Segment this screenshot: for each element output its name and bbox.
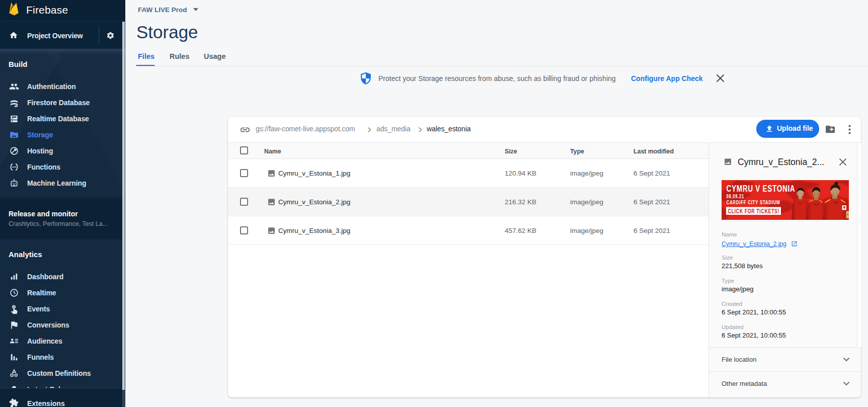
breadcrumb-bucket[interactable]: gs://faw-comet-live.appspot.com [256,125,355,133]
tab-files[interactable]: Files [138,52,154,60]
file-size: 120.94 KB [505,170,536,177]
app-check-banner-text: Protect your Storage resources from abus… [378,74,616,83]
sidebar-item-label: Dashboard [27,273,63,281]
banner-close-icon[interactable] [716,74,725,83]
tab-usage[interactable]: Usage [204,52,226,60]
tab-rules[interactable]: Rules [170,52,190,60]
configure-app-check-link[interactable]: Configure App Check [631,74,703,83]
gear-icon[interactable] [106,31,115,40]
sidebar-item-events[interactable]: Events [0,301,125,317]
sidebar-item-label: Audiences [27,337,62,345]
new-folder-icon[interactable] [825,125,836,134]
section-label-build: Build [9,60,28,68]
sidebar-item-firestore[interactable]: Firestore Database [0,95,125,111]
section-release-subtitle: Crashlytics, Performance, Test La... [9,220,108,227]
robot-icon [9,178,19,188]
expander-label: Other metadata [722,380,767,387]
column-header-type[interactable]: Type [570,148,584,155]
column-header-name[interactable]: Name [264,148,281,155]
section-release-and-monitor[interactable]: Release and monitor Crashlytics, Perform… [0,199,125,239]
field-value-type: image/jpeg [722,285,754,293]
row-checkbox[interactable] [240,226,248,234]
chevron-right-icon [418,127,423,133]
sidebar-item-storage[interactable]: Storage [0,127,125,143]
sidebar-item-label: Realtime [27,289,56,297]
clock-icon [9,288,19,298]
touch-icon [9,304,19,314]
select-all-checkbox[interactable] [240,146,248,154]
image-file-icon [724,157,732,166]
column-header-size[interactable]: Size [505,148,517,155]
breadcrumb-folder[interactable]: ads_media [376,125,411,133]
sidebar-item-realtime[interactable]: Realtime [0,285,125,301]
file-row[interactable]: Cymru_v_Estonia_3.jpg 457.62 KB image/jp… [228,216,708,245]
sidebar-item-functions[interactable]: Functions [0,159,125,175]
people-icon [9,82,19,92]
file-row[interactable]: Cymru_v_Estonia_2.jpg 216.32 KB image/jp… [228,188,708,216]
sidebar-item-dashboard[interactable]: Dashboard [0,269,125,285]
details-scrollbar[interactable] [857,143,861,347]
sidebar-item-custom-definitions[interactable]: Custom Definitions [0,365,125,381]
tabs-divider [136,66,868,66]
sidebar-item-label: Events [27,305,50,313]
file-details-panel: Cymru_v_Estonia_2... [708,143,861,397]
file-name[interactable]: Cymru_v_Estonia_2.jpg [278,198,350,206]
breadcrumb-current: wales_estonia [427,125,470,133]
sidebar-item-label: Machine Learning [27,179,86,187]
field-value-updated: 6 Sept 2021, 10:00:55 [722,332,786,339]
preview-date-text: 08.09.21 [727,194,744,199]
chevron-down-icon [843,381,850,386]
file-preview-image[interactable]: CYMRU V ESTONIA 08.09.21 CARDIFF CITY ST… [722,180,849,220]
file-modified: 6 Sept 2021 [634,227,670,234]
row-checkbox[interactable] [240,198,248,206]
row-checkbox[interactable] [240,169,248,177]
details-close-icon[interactable] [839,158,847,166]
file-table-header: Name Size Type Last modified [228,143,708,159]
section-label-release: Release and monitor [9,210,78,218]
sidebar-item-audiences[interactable]: Audiences [0,333,125,349]
file-name[interactable]: Cymru_v_Estonia_3.jpg [278,227,350,234]
link-icon [240,124,251,135]
sidebar-item-conversions[interactable]: Conversions [0,317,125,333]
sidebar-item-label: Extensions [27,399,65,407]
file-type: image/jpeg [570,227,603,234]
sidebar-scrollbar[interactable] [122,22,125,390]
firebase-logo-icon [9,2,19,16]
sidebar-item-label: Custom Definitions [27,369,91,377]
divider [99,26,99,44]
image-file-icon [267,169,276,178]
sidebar: Build Authentication Firestore Database … [0,0,125,407]
database-icon [9,114,19,124]
file-type: image/jpeg [570,170,603,177]
project-overview-row[interactable]: Project Overview [0,21,125,49]
sidebar-item-authentication[interactable]: Authentication [0,78,125,95]
caret-down-icon [193,8,198,11]
project-selector-label: FAW LIVE Prod [138,6,187,14]
file-type: image/jpeg [570,198,603,206]
divider [709,371,861,372]
sidebar-item-machine-learning[interactable]: Machine Learning [0,175,125,191]
file-name[interactable]: Cymru_v_Estonia_1.jpg [278,170,350,177]
sidebar-item-extensions[interactable]: Extensions [0,388,125,407]
flag-icon [9,320,19,330]
file-row[interactable]: Cymru_v_Estonia_1.jpg 120.94 KB image/jp… [228,159,708,188]
kebab-menu-icon[interactable] [848,125,851,135]
file-modified: 6 Sept 2021 [634,170,670,177]
project-selector[interactable]: FAW LIVE Prod [138,5,198,14]
file-link[interactable]: Cymru_v_Estonia_2.jpg [722,240,786,248]
sidebar-item-label: Firestore Database [27,99,90,107]
globe-icon [9,146,19,156]
column-header-modified[interactable]: Last modified [634,148,674,155]
brand-name[interactable]: Firebase [26,4,68,16]
sidebar-item-label: Conversions [27,321,69,329]
sidebar-item-realtime-database[interactable]: Realtime Database [0,111,125,127]
open-in-new-icon[interactable] [791,240,798,247]
sidebar-item-label: Realtime Database [27,115,89,123]
sidebar-item-hosting[interactable]: Hosting [0,143,125,159]
sidebar-item-funnels[interactable]: Funnels [0,349,125,365]
file-modified: 6 Sept 2021 [634,198,670,206]
upload-file-button[interactable]: Upload file [756,120,819,138]
firestore-icon [9,98,19,108]
home-icon [9,31,18,40]
upload-file-label: Upload file [777,124,813,132]
